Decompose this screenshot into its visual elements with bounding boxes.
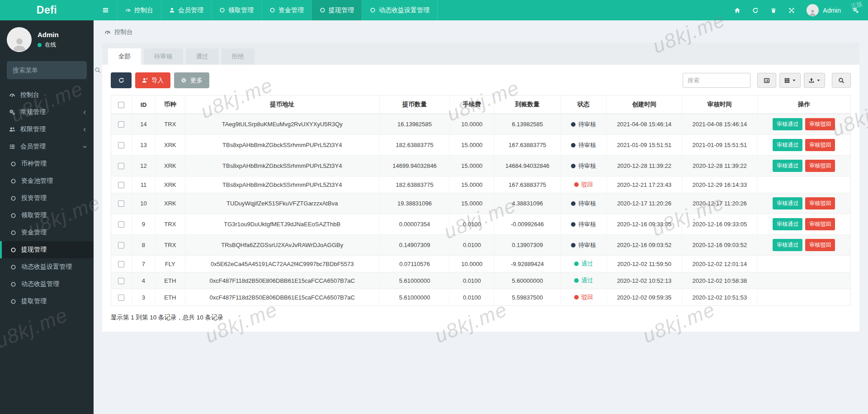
row-amount: 182.63883775 <box>379 176 449 193</box>
select-all-checkbox[interactable] <box>118 102 124 108</box>
sidebar-item-sub[interactable]: 投资管理 <box>0 190 94 207</box>
sidebar-item-sub[interactable]: 动态收益设置管理 <box>0 258 94 276</box>
tab-inactive[interactable]: 拒绝 <box>222 48 255 65</box>
row-checkbox[interactable] <box>118 121 124 128</box>
row-created-time: 2020-12-17 11:20:26 <box>607 193 682 214</box>
tab-active[interactable]: 全部 <box>108 48 141 65</box>
search-icon[interactable] <box>94 67 101 73</box>
row-id: 9 <box>132 214 155 235</box>
more-button-label: 更多 <box>190 76 203 85</box>
status-dot-icon <box>571 243 576 247</box>
refresh-icon[interactable] <box>752 7 759 14</box>
approve-button[interactable]: 审核通过 <box>773 218 802 230</box>
reject-button[interactable]: 审核驳回 <box>805 139 835 151</box>
row-checkbox[interactable] <box>118 142 124 148</box>
sidebar-item-sub[interactable]: 动态收益管理 <box>0 276 94 293</box>
trash-icon[interactable] <box>770 7 777 14</box>
row-checkbox[interactable] <box>118 221 124 228</box>
toggle-view-button[interactable] <box>757 73 776 88</box>
import-button[interactable]: 导入 <box>135 72 170 88</box>
row-checkbox[interactable] <box>118 242 124 248</box>
reject-button[interactable]: 审核驳回 <box>805 160 835 172</box>
row-checkbox[interactable] <box>118 163 124 169</box>
export-button[interactable] <box>804 73 825 88</box>
column-header: 状态 <box>561 95 606 114</box>
row-fee: 0.0100 <box>450 235 494 256</box>
sidebar-item-main[interactable]: 控制台 <box>0 86 94 104</box>
approve-button[interactable]: 审核通过 <box>773 160 802 172</box>
tab-inactive[interactable]: 通过 <box>186 48 219 65</box>
reject-button[interactable]: 审核驳回 <box>805 239 835 251</box>
column-header: 手续费 <box>450 95 494 114</box>
sidebar-item-main[interactable]: 权限管理 <box>0 121 94 138</box>
row-status: 待审核 <box>561 193 606 214</box>
gauge-icon <box>125 7 131 13</box>
reject-button[interactable]: 审核驳回 <box>805 218 835 230</box>
topnav-item[interactable]: 动态收益设置管理 <box>362 0 438 20</box>
sidebar-item-label: 提现管理 <box>21 246 47 254</box>
topnav-item[interactable]: 会员管理 <box>161 0 211 20</box>
status-label: 待审核 <box>578 141 596 149</box>
column-header: 提币数量 <box>379 95 449 114</box>
status-tabs: 全部待审核通过拒绝 <box>102 43 859 65</box>
approve-button[interactable]: 审核通过 <box>773 118 802 130</box>
fullscreen-icon[interactable] <box>788 7 795 14</box>
row-checkbox[interactable] <box>118 200 124 207</box>
row-status: 待审核 <box>561 135 606 156</box>
topnav-item[interactable]: 领取管理 <box>211 0 261 20</box>
row-checkbox[interactable] <box>118 278 124 284</box>
row-actions <box>757 176 850 193</box>
column-header: ID <box>132 95 155 114</box>
circle-o-icon <box>10 178 16 184</box>
reject-button[interactable]: 审核驳回 <box>805 197 835 209</box>
topnav-item[interactable]: 控制台 <box>117 0 161 20</box>
topnav-item[interactable]: 资金管理 <box>261 0 311 20</box>
topnav-item[interactable]: 提现管理 <box>311 0 362 20</box>
caret-down-icon <box>816 78 821 82</box>
status-label: 待审核 <box>578 120 596 128</box>
sidebar-item-sub[interactable]: 提取管理 <box>0 293 94 310</box>
sidebar-item-sub[interactable]: 资金池管理 <box>0 172 94 190</box>
hamburger-icon <box>102 7 109 14</box>
row-status: 通过 <box>561 256 606 272</box>
row-amount: 14699.94032846 <box>379 156 449 176</box>
more-button[interactable]: 更多 <box>174 72 209 88</box>
row-audited-time: 2021-04-08 15:46:14 <box>682 114 757 135</box>
reject-button[interactable]: 审核驳回 <box>805 118 835 130</box>
row-status: 待审核 <box>561 235 606 256</box>
approve-button[interactable]: 审核通过 <box>773 239 802 251</box>
sidebar-item-label: 权限管理 <box>20 125 46 133</box>
row-id: 8 <box>132 235 155 256</box>
table-search-input[interactable] <box>683 73 750 88</box>
tab-inactive[interactable]: 待审核 <box>144 48 183 65</box>
approve-button[interactable]: 审核通过 <box>773 197 802 209</box>
row-coin: TRX <box>156 114 185 135</box>
sidebar-item-sub[interactable]: 币种管理 <box>0 155 94 172</box>
column-header: 到账数量 <box>494 95 561 114</box>
circle-o-icon <box>10 299 16 305</box>
sidebar-search-input[interactable] <box>13 67 94 74</box>
row-fee: 15.0000 <box>450 156 494 176</box>
sidebar-item-main[interactable]: 常规管理 <box>0 104 94 121</box>
sidebar-item-label: 常规管理 <box>20 108 46 116</box>
row-checkbox[interactable] <box>118 182 124 188</box>
sidebar-toggle-button[interactable] <box>94 0 117 20</box>
user-menu[interactable]: Admin <box>807 4 841 16</box>
search-button[interactable] <box>832 73 851 88</box>
import-button-label: 导入 <box>151 76 164 85</box>
home-icon[interactable] <box>734 7 741 14</box>
approve-button[interactable]: 审核通过 <box>773 139 802 151</box>
cogs-icon[interactable] <box>853 7 859 14</box>
columns-button[interactable] <box>779 73 801 88</box>
sidebar-item-sub[interactable]: 资金管理 <box>0 224 94 241</box>
sidebar-item-sub[interactable]: 提现管理 <box>0 241 94 258</box>
sidebar-item-sub[interactable]: 领取管理 <box>0 207 94 224</box>
row-amount: 0.00007354 <box>379 214 449 235</box>
row-coin: XRK <box>156 156 185 176</box>
refresh-button[interactable] <box>111 72 132 88</box>
row-audited-time: 2021-01-09 15:51:51 <box>682 135 757 156</box>
row-checkbox[interactable] <box>118 261 124 267</box>
row-checkbox[interactable] <box>118 295 124 301</box>
sidebar-item-main[interactable]: 会员管理 <box>0 138 94 155</box>
sidebar-item-label: 资金池管理 <box>21 177 53 185</box>
